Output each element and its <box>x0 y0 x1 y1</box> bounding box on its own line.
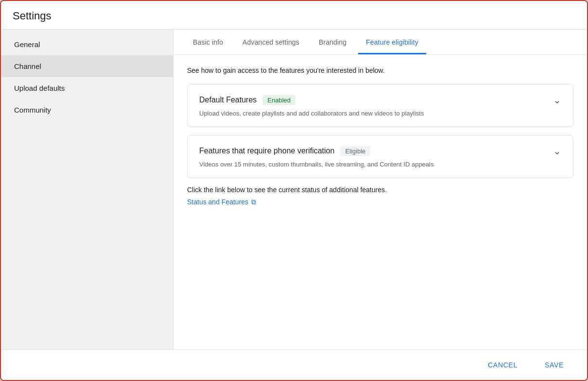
tab-basic-info[interactable]: Basic info <box>185 30 231 54</box>
cancel-button[interactable]: CANCEL <box>478 357 527 373</box>
phone-verification-chevron-icon[interactable]: ⌄ <box>553 145 561 157</box>
external-link-icon: ⧉ <box>251 198 256 206</box>
content-panel: Basic info Advanced settings Branding Fe… <box>173 30 587 349</box>
settings-window: Settings General Channel Upload defaults… <box>0 0 588 381</box>
page-title: Settings <box>13 10 575 22</box>
sidebar-item-upload-defaults[interactable]: Upload defaults <box>1 77 173 99</box>
tab-branding[interactable]: Branding <box>311 30 354 54</box>
additional-text: Click the link below to see the current … <box>187 186 573 194</box>
sidebar-item-community[interactable]: Community <box>1 99 173 121</box>
status-and-features-link[interactable]: Status and Features ⧉ <box>187 198 256 206</box>
tab-advanced-settings[interactable]: Advanced settings <box>235 30 307 54</box>
default-features-chevron-icon[interactable]: ⌄ <box>553 94 561 106</box>
default-features-title-row: Default Features Enabled <box>199 95 295 105</box>
default-features-title: Default Features <box>199 96 257 104</box>
tabs-bar: Basic info Advanced settings Branding Fe… <box>173 30 587 55</box>
sidebar-item-channel[interactable]: Channel <box>1 55 173 77</box>
sidebar: General Channel Upload defaults Communit… <box>1 30 173 349</box>
default-features-description: Upload videos, create playlists and add … <box>199 110 561 117</box>
header: Settings <box>1 1 587 30</box>
phone-verification-badge: Eligible <box>340 146 370 156</box>
save-button[interactable]: SAVE <box>535 357 573 373</box>
main-layout: General Channel Upload defaults Communit… <box>1 30 587 349</box>
content-description: See how to gain access to the features y… <box>187 66 573 74</box>
default-features-card: Default Features Enabled ⌄ Upload videos… <box>187 84 573 127</box>
default-features-header: Default Features Enabled ⌄ <box>199 94 561 106</box>
phone-verification-description: Videos over 15 minutes, custom thumbnail… <box>199 161 561 168</box>
phone-verification-card: Features that require phone verification… <box>187 135 573 178</box>
content-body: See how to gain access to the features y… <box>173 55 587 349</box>
sidebar-item-general[interactable]: General <box>1 33 173 55</box>
footer: CANCEL SAVE <box>1 349 587 380</box>
tab-feature-eligibility[interactable]: Feature eligibility <box>358 30 426 54</box>
phone-verification-header: Features that require phone verification… <box>199 145 561 157</box>
phone-verification-title-row: Features that require phone verification… <box>199 146 370 156</box>
phone-verification-title: Features that require phone verification <box>199 147 334 155</box>
additional-section: Click the link below to see the current … <box>187 186 573 206</box>
default-features-badge: Enabled <box>262 95 295 105</box>
status-link-label: Status and Features <box>187 198 248 206</box>
